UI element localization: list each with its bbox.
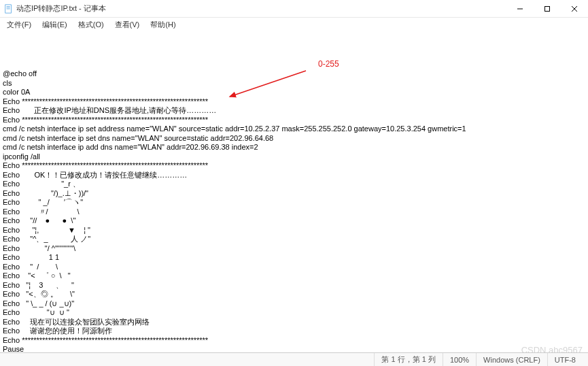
menubar: 文件(F) 编辑(E) 格式(O) 查看(V) 帮助(H) bbox=[0, 18, 588, 31]
file-content: @echo off cls color 0A Echo ************… bbox=[3, 69, 585, 352]
arrow-annotation bbox=[226, 68, 314, 101]
annotation-label: 0-255 bbox=[318, 60, 339, 69]
statusbar: 第 1 行，第 1 列 100% Windows (CRLF) UTF-8 bbox=[0, 352, 588, 366]
status-encoding: UTF-8 bbox=[547, 353, 583, 366]
text-editor[interactable]: 0-255 @echo off cls color 0A Echo ******… bbox=[0, 31, 588, 352]
svg-rect-5 bbox=[545, 6, 550, 11]
status-zoom: 100% bbox=[443, 353, 476, 366]
minimize-button[interactable] bbox=[506, 0, 534, 18]
menu-edit[interactable]: 编辑(E) bbox=[38, 18, 71, 31]
svg-line-8 bbox=[230, 71, 306, 97]
notepad-icon bbox=[4, 4, 14, 14]
menu-format[interactable]: 格式(O) bbox=[74, 18, 108, 31]
window-controls bbox=[506, 0, 588, 18]
menu-file[interactable]: 文件(F) bbox=[3, 18, 35, 31]
window-title: 动态IP转静态IP.txt - 记事本 bbox=[16, 3, 506, 14]
close-button[interactable] bbox=[561, 0, 588, 18]
status-position: 第 1 行，第 1 列 bbox=[374, 353, 442, 366]
menu-help[interactable]: 帮助(H) bbox=[146, 18, 179, 31]
status-lineending: Windows (CRLF) bbox=[476, 353, 547, 366]
titlebar: 动态IP转静态IP.txt - 记事本 bbox=[0, 0, 588, 18]
menu-view[interactable]: 查看(V) bbox=[111, 18, 144, 31]
maximize-button[interactable] bbox=[534, 0, 561, 18]
